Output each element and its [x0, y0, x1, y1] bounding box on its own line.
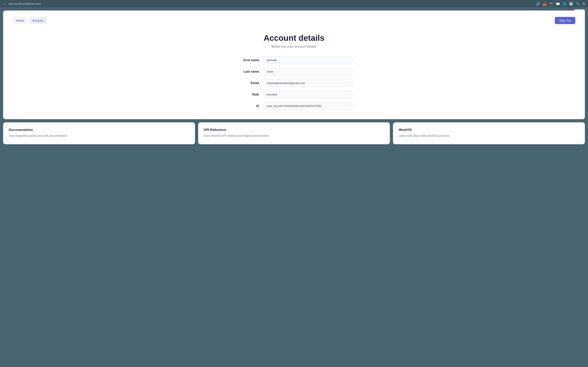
id-label: Id [236, 104, 259, 108]
page-title: Account details [13, 33, 575, 43]
role-label: Role [236, 93, 259, 96]
page-heading: Account details Below are your account d… [13, 33, 575, 49]
account-form: First name Last name Email Role Id [236, 56, 352, 110]
email-input[interactable] [264, 79, 352, 87]
download-icon[interactable]: ⬇️ [569, 2, 573, 6]
sign-out-button[interactable]: Sign Out [555, 17, 575, 24]
first-name-row: First name [236, 56, 352, 64]
main-nav: Home Account Sign Out [13, 17, 575, 24]
workos-card-description: Learn more about other WorkOS products. [399, 134, 579, 138]
id-input[interactable] [264, 102, 352, 110]
role-input[interactable] [264, 91, 352, 98]
last-name-row: Last name [236, 68, 352, 75]
info-cards-row: Documentation View integration guides an… [3, 122, 585, 144]
workos-card-title: WorkOS [399, 128, 579, 132]
documentation-card: Documentation View integration guides an… [3, 122, 195, 144]
inbox-icon[interactable]: 📥 [543, 2, 547, 6]
home-nav-button[interactable]: Home [13, 17, 27, 24]
browser-url: http://localhost:3000/account [9, 2, 534, 5]
documentation-card-description: View integration guides and SDK document… [9, 134, 189, 138]
first-name-input[interactable] [264, 56, 352, 64]
account-nav-button[interactable]: Account [29, 17, 46, 24]
email-row: Email [236, 79, 352, 87]
role-row: Role [236, 91, 352, 98]
link-icon[interactable]: 🔗 [536, 2, 540, 6]
page-wrapper: Home Account Sign Out Account details Be… [0, 7, 588, 147]
api-reference-card: API Reference Every WorkOS API method an… [198, 122, 390, 144]
page-subtitle: Below are your account details [13, 45, 575, 49]
main-card: Home Account Sign Out Account details Be… [3, 10, 585, 119]
camera-icon[interactable]: 📷 [549, 2, 553, 6]
nav-links: Home Account [13, 17, 46, 24]
last-name-label: Last name [236, 70, 259, 73]
globe-icon[interactable]: 🌐 [562, 2, 566, 6]
layout-icon[interactable]: ⊞ [582, 2, 585, 6]
workos-card: WorkOS Learn more about other WorkOS pro… [393, 122, 585, 144]
info-icon: i [3, 2, 6, 5]
api-reference-card-description: Every WorkOS API method and endpoint doc… [204, 134, 384, 138]
api-reference-card-title: API Reference [204, 128, 384, 132]
email-label: Email [236, 81, 259, 85]
id-row: Id [236, 102, 352, 110]
mail-icon[interactable]: ✉️ [556, 2, 560, 6]
documentation-card-title: Documentation [9, 128, 189, 132]
browser-bar: i http://localhost:3000/account 🔗 📥 📷 ✉️… [0, 0, 588, 7]
last-name-input[interactable] [264, 68, 352, 75]
extensions-icon[interactable]: 🔧 [576, 2, 580, 6]
first-name-label: First name [236, 58, 259, 62]
browser-actions: 🔗 📥 📷 ✉️ 🌐 ⬇️ 🔧 ⊞ [536, 2, 585, 6]
